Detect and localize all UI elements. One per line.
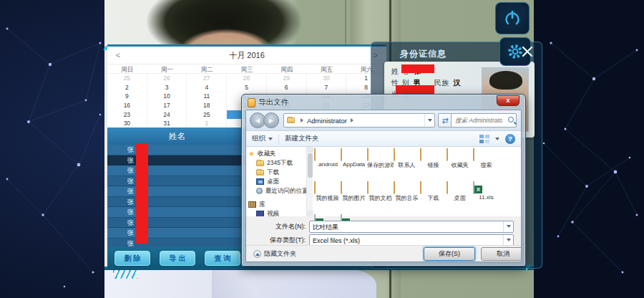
hide-folders-button[interactable]: 隐藏文件夹: [253, 249, 296, 259]
calendar-prev-icon[interactable]: <: [110, 47, 126, 64]
result-name: 张: [107, 186, 243, 196]
calendar-day[interactable]: 2: [107, 83, 147, 92]
change-view-icon[interactable]: [479, 135, 489, 143]
scroll-up-button[interactable]: [307, 147, 313, 153]
savetype-dropdown-icon[interactable]: [503, 235, 513, 246]
file-item-folder[interactable]: AppData: [341, 148, 367, 181]
organize-menu[interactable]: 组织: [246, 131, 278, 146]
calendar-day[interactable]: 9: [107, 92, 147, 101]
file-item-folder[interactable]: 保存的游戏: [367, 148, 394, 181]
calendar-day[interactable]: 3: [147, 83, 187, 92]
calendar-day[interactable]: 27: [187, 74, 227, 83]
dialog-content: ◄ ► Administrator ⇄ 组织: [245, 110, 522, 262]
address-bar[interactable]: Administrator: [283, 113, 435, 128]
file-item-folder[interactable]: 我的文档: [367, 181, 394, 214]
query-button[interactable]: 查 询: [205, 251, 240, 266]
calendar-weekday-row: 周日周一周二周三周四周五周六: [107, 64, 386, 74]
calendar-day[interactable]: 17: [147, 101, 187, 110]
sidebar-item-star[interactable]: ★收藏夹: [246, 149, 306, 158]
filename-value[interactable]: 比对结果: [313, 222, 338, 232]
cancel-button[interactable]: 取消: [481, 247, 522, 261]
close-icon: [521, 45, 534, 58]
calendar-day[interactable]: 29: [267, 74, 307, 83]
calendar-week-row: 2345678: [107, 83, 386, 92]
new-folder-button[interactable]: 新建文件夹: [279, 131, 325, 146]
file-item-folder[interactable]: .android: [314, 148, 341, 181]
sidebar-item-recent[interactable]: 最近访问的位置: [246, 186, 306, 196]
export-file-dialog: 导出文件 x ◄ ► Administrator ⇄: [241, 94, 526, 266]
search-input[interactable]: [454, 115, 504, 126]
calendar-day[interactable]: 25: [187, 110, 227, 120]
panel-close-button[interactable]: [519, 44, 535, 59]
folder-icon: [367, 181, 369, 194]
sidebar-item-label: 桌面: [267, 178, 279, 186]
file-item-folder[interactable]: 桌面: [447, 181, 473, 214]
dialog-toolbar: 组织 新建文件夹 ?: [246, 131, 521, 147]
address-dropdown-button[interactable]: [424, 114, 434, 127]
save-button[interactable]: 保存(S): [424, 247, 475, 261]
redaction-bar-id-birth: [396, 85, 434, 94]
calendar-day[interactable]: 10: [147, 92, 187, 101]
sidebar-scrollbar[interactable]: [306, 147, 313, 216]
file-label: 保存的游戏: [367, 161, 394, 169]
weekday-label: 周一: [147, 64, 187, 73]
sidebar-item-library[interactable]: 库: [246, 200, 306, 209]
calendar-day[interactable]: 16: [107, 101, 147, 110]
file-list: .androidAppData保存的游戏联系人链接收藏夹搜索我的视频我的图片我的…: [314, 148, 519, 216]
file-item-folder[interactable]: 我的音乐: [394, 181, 420, 214]
calendar-day[interactable]: 11: [187, 92, 227, 101]
file-label: 我的文档: [367, 194, 394, 202]
sidebar-item-video[interactable]: 视频: [246, 209, 306, 216]
savetype-value[interactable]: Excel files (*.xls): [313, 236, 360, 246]
breadcrumb-chevron-icon: [301, 118, 303, 122]
views-dropdown-icon[interactable]: [495, 138, 499, 140]
savetype-combo[interactable]: Excel files (*.xls): [309, 234, 514, 246]
redaction-bar-id-name: [401, 64, 434, 73]
filename-dropdown-icon[interactable]: [503, 221, 513, 232]
scroll-down-button[interactable]: [307, 211, 313, 216]
file-item-excel[interactable]: 11.xls: [473, 181, 499, 214]
refresh-button[interactable]: ⇄: [438, 113, 452, 128]
power-button[interactable]: [495, 2, 530, 34]
calendar-day[interactable]: 24: [147, 110, 187, 120]
redaction-bar-names: [136, 143, 148, 244]
sidebar-item-desktop[interactable]: 桌面: [246, 177, 306, 186]
video-icon: [256, 211, 264, 216]
calendar-day[interactable]: 28: [227, 74, 267, 83]
file-item-folder[interactable]: 搜索: [473, 148, 499, 181]
sidebar-item-label: 视频: [267, 210, 279, 217]
calendar-day[interactable]: 7: [307, 83, 347, 92]
file-item-folder[interactable]: 我的视频: [314, 181, 341, 214]
calendar-day[interactable]: 6: [267, 83, 307, 92]
export-button[interactable]: 导 出: [160, 251, 195, 266]
calendar-day[interactable]: 25: [107, 74, 147, 83]
dialog-titlebar: 导出文件: [248, 97, 288, 108]
dialog-navbar: ◄ ► Administrator ⇄: [246, 110, 521, 131]
calendar-day[interactable]: 5: [227, 83, 267, 92]
help-icon[interactable]: ?: [505, 134, 515, 144]
calendar-day[interactable]: 4: [187, 83, 227, 92]
hide-folders-label: 隐藏文件夹: [264, 249, 296, 259]
calendar-day[interactable]: 23: [107, 110, 147, 120]
filename-combo[interactable]: 比对结果: [309, 221, 514, 233]
scroll-thumb[interactable]: [308, 153, 313, 178]
folder-icon: [341, 148, 342, 161]
file-item-folder[interactable]: 我的图片: [341, 181, 367, 214]
calendar-day[interactable]: 18: [187, 101, 227, 110]
sidebar-item-folder[interactable]: 2345下载: [246, 158, 306, 168]
delete-button[interactable]: 删 除: [114, 251, 150, 266]
forward-button[interactable]: ►: [263, 112, 279, 128]
calendar-day[interactable]: 26: [147, 74, 187, 83]
dialog-close-button[interactable]: x: [497, 95, 519, 106]
file-item-folder[interactable]: 联系人: [394, 148, 420, 181]
file-item-folder[interactable]: 链接: [420, 148, 447, 181]
file-label: 桌面: [447, 194, 473, 202]
calendar-day[interactable]: 30: [307, 74, 347, 83]
breadcrumb-location[interactable]: Administrator: [307, 117, 347, 125]
sidebar-item-label: 收藏夹: [258, 150, 276, 158]
folder-icon: [256, 170, 264, 176]
sidebar-item-folder[interactable]: 下载: [246, 168, 306, 177]
file-item-folder[interactable]: 收藏夹: [447, 148, 473, 181]
file-item-folder[interactable]: 下载: [420, 181, 447, 214]
folder-icon: [420, 148, 421, 161]
